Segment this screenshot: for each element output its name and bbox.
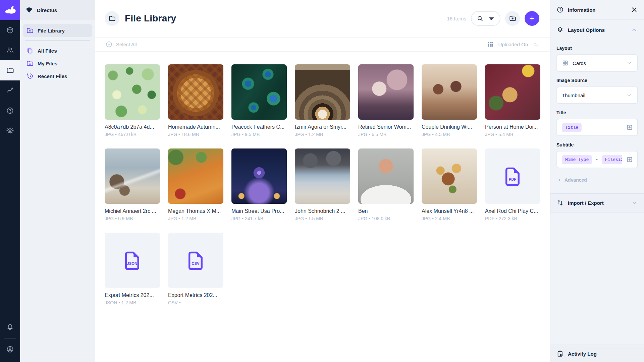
nav-item-my-files[interactable]: My Files — [23, 57, 92, 70]
grid-size-icon[interactable] — [487, 41, 494, 48]
add-field-icon[interactable] — [622, 119, 637, 135]
file-image-thumbnail — [358, 64, 414, 120]
activity-log-label: Activity Log — [568, 351, 597, 357]
file-image-thumbnail — [358, 148, 414, 204]
module-files[interactable] — [0, 60, 20, 80]
filter-icon[interactable] — [488, 15, 495, 22]
help-icon — [6, 107, 14, 115]
nav-item-label: All Files — [38, 48, 57, 54]
add-file-button[interactable] — [525, 11, 539, 26]
file-meta: JPG • 4.5 MB — [422, 132, 477, 137]
create-folder-button[interactable] — [505, 11, 520, 26]
file-image-thumbnail — [295, 148, 350, 204]
nav-item-all-files[interactable]: All Files — [23, 44, 92, 57]
bell-icon — [6, 323, 14, 331]
file-meta: JPG • 108.0 kB — [358, 216, 414, 221]
subtitle-field-input[interactable]: Mime Type • Filesize — [556, 151, 638, 168]
advanced-label: Advanced — [565, 177, 587, 183]
file-card[interactable]: Peacock Feathers C...JPG • 9.5 MB — [231, 64, 287, 137]
file-meta: JPG • 6.5 MB — [358, 132, 414, 137]
swap-vert-icon — [556, 199, 564, 206]
file-title: Izmir Agora or Smyr... — [295, 124, 350, 130]
file-meta: JSON • 1.2 MB — [105, 300, 160, 305]
file-title: Export Metrics 202... — [168, 292, 223, 298]
folder-icon — [108, 15, 116, 22]
file-image-thumbnail — [105, 148, 160, 204]
file-meta: JPG • 467.0 kB — [105, 132, 160, 137]
title-chip[interactable]: Title — [562, 123, 582, 132]
nav-item-label: Recent Files — [38, 73, 67, 79]
info-sidebar: Information Layout Options Layout Cards … — [550, 0, 644, 362]
sort-direction-icon[interactable] — [533, 41, 539, 48]
svg-text:PDF: PDF — [508, 177, 516, 181]
file-meta: JPG • 6.9 MB — [105, 216, 160, 221]
cards-grid-icon — [562, 60, 569, 66]
file-title: Michiel Annaert 2rc ... — [105, 208, 160, 214]
project-switcher[interactable]: Directus — [20, 0, 95, 20]
image-source-select[interactable]: Thumbnail — [556, 86, 638, 104]
activity-log-button[interactable]: Activity Log — [550, 345, 644, 362]
file-meta: CSV • -- — [168, 300, 223, 305]
add-field-icon[interactable] — [622, 152, 637, 168]
file-card[interactable]: Izmir Agora or Smyr...JPG • 1.2 MB — [295, 64, 350, 137]
file-card[interactable]: Alex Munsell Yr4n8 ...JPG • 2.4 MB — [422, 148, 477, 221]
layout-select[interactable]: Cards — [556, 54, 638, 72]
file-card[interactable]: A8c0a7db 2b7a 4d...JPG • 467.0 kB — [105, 64, 160, 137]
file-meta: JPG • 1.5 MB — [295, 216, 350, 221]
navigation-panel: Directus File LibraryAll FilesMy FilesRe… — [20, 0, 95, 362]
page-header: File Library 16 Items — [95, 0, 550, 37]
file-card[interactable]: Person at Home Doi...JPG • 5.4 MB — [485, 64, 540, 137]
select-all-button[interactable]: Select All — [105, 41, 137, 48]
module-notifications[interactable] — [0, 317, 20, 337]
import-export-section[interactable]: Import / Export — [550, 193, 644, 213]
list-toolbar: Select All Uploaded On — [95, 37, 550, 52]
file-card[interactable]: PDFAxel Rod Chi Play C...PDF • 272.3 kB — [485, 148, 540, 221]
directus-logo[interactable] — [0, 0, 20, 20]
layout-options-section[interactable]: Layout Options — [550, 20, 644, 40]
file-card[interactable]: Couple Drinking Wi...JPG • 4.5 MB — [422, 64, 477, 137]
nav-item-file-library[interactable]: File Library — [23, 24, 92, 37]
users-icon — [6, 46, 14, 54]
module-content[interactable] — [0, 20, 20, 40]
module-settings[interactable] — [0, 121, 20, 141]
files-grid: A8c0a7db 2b7a 4d...JPG • 467.0 kBHomemad… — [95, 52, 550, 305]
folder-plus-icon — [509, 15, 516, 22]
advanced-toggle[interactable]: Advanced — [556, 177, 638, 183]
file-card[interactable]: Homemade Autumn...JPG • 18.6 MB — [168, 64, 223, 137]
cube-icon — [6, 26, 14, 34]
file-card[interactable]: Main Street Usa Pro...JPG • 241.7 kB — [231, 148, 287, 221]
clipboard-clock-icon — [556, 350, 564, 357]
file-card[interactable]: Megan Thomas X M...JPG • 1.2 MB — [168, 148, 223, 221]
app-window: Directus File LibraryAll FilesMy FilesRe… — [0, 0, 644, 362]
main-content: File Library 16 Items Select All — [95, 0, 550, 362]
file-title: Axel Rod Chi Play C... — [485, 208, 540, 214]
close-icon[interactable] — [631, 6, 638, 13]
file-card[interactable]: JSONExport Metrics 202...JSON • 1.2 MB — [105, 233, 160, 305]
nav-item-recent-files[interactable]: Recent Files — [23, 70, 92, 82]
svg-text:JSON: JSON — [127, 261, 137, 265]
sidebar-header: Information — [550, 0, 644, 20]
layout-select-value: Cards — [573, 60, 586, 66]
file-card[interactable]: John Schnobrich 2 ...JPG • 1.5 MB — [295, 148, 350, 221]
file-image-thumbnail — [168, 64, 223, 120]
file-doc-thumbnail: CSV — [168, 233, 223, 288]
mime-type-chip[interactable]: Mime Type — [562, 155, 592, 164]
title-field-input[interactable]: Title — [556, 119, 638, 136]
file-card[interactable]: CSVExport Metrics 202...CSV • -- — [168, 233, 223, 305]
file-card[interactable]: Michiel Annaert 2rc ...JPG • 6.9 MB — [105, 148, 160, 221]
chevron-right-icon — [556, 177, 562, 183]
file-meta: JPG • 5.4 MB — [485, 132, 540, 137]
sidebar-spacer — [550, 213, 644, 345]
folder-icon — [6, 66, 14, 74]
file-card[interactable]: Retired Senior Wom...JPG • 6.5 MB — [358, 64, 414, 137]
module-users[interactable] — [0, 40, 20, 60]
module-insights[interactable] — [0, 80, 20, 101]
search-icon[interactable] — [476, 15, 484, 22]
module-account[interactable] — [0, 339, 20, 359]
module-help[interactable] — [0, 101, 20, 121]
file-card[interactable]: BenJPG • 108.0 kB — [358, 148, 414, 221]
page-title: File Library — [125, 13, 176, 24]
sort-field-label[interactable]: Uploaded On — [498, 42, 528, 47]
folder-user-icon — [26, 60, 34, 67]
title-folder-button[interactable] — [105, 11, 119, 26]
